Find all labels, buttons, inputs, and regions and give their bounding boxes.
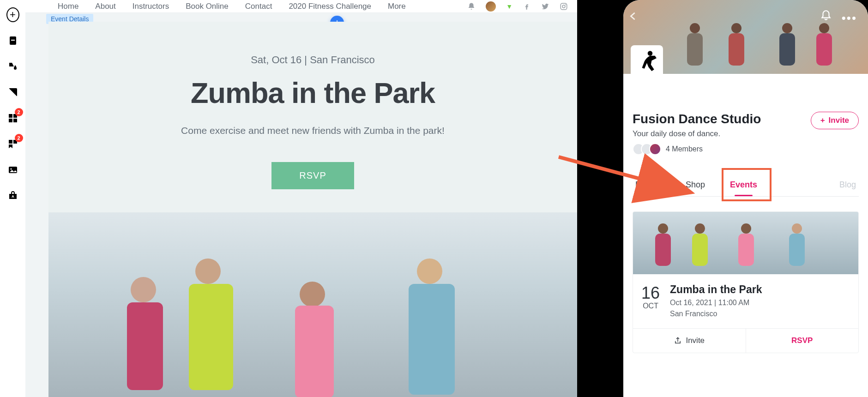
annotation-highlight-box [722,168,772,201]
svg-point-14 [565,4,566,5]
ellipsis-icon: ••• [842,11,857,25]
tab-pricing[interactable]: Pricing [634,175,662,196]
tab-shop[interactable]: Shop [685,175,706,196]
app-logo [631,45,663,78]
event-subtitle: Come exercise and meet new friends with … [48,125,577,136]
event-date-block: 16 OCT [641,283,660,318]
twitter-icon[interactable] [541,2,549,11]
svg-rect-6 [13,119,17,122]
paintdrop-icon [7,61,18,72]
svg-rect-5 [9,119,12,122]
briefcase-icon: A [7,190,18,201]
instagram-icon[interactable] [560,2,568,11]
app-title: Fusion Dance Studio [633,112,805,126]
nav-book-online[interactable]: Book Online [186,2,229,11]
invite-button[interactable]: + Invite [811,112,859,129]
site-navbar: Home About Instructors Book Online Conta… [25,0,577,13]
theme-button[interactable] [6,60,19,73]
user-avatar[interactable] [486,1,496,12]
event-month: OCT [641,302,660,310]
notification-bell-icon[interactable] [467,2,476,11]
sections-button[interactable]: 2 [6,138,19,150]
event-day: 16 [641,283,660,303]
page-icon [7,35,18,46]
event-date-location: Sat, Oct 16 | San Francisco [48,54,577,66]
nav-about[interactable]: About [95,2,115,11]
pages-button[interactable] [6,34,19,47]
add-button[interactable]: + [6,8,19,21]
elements-button[interactable]: 2 [6,112,19,125]
event-rsvp-button[interactable]: RSVP [746,329,859,353]
store-button[interactable]: A [6,189,19,202]
app-tagline: Your daily dose of dance. [633,129,805,138]
editor-canvas: Home About Instructors Book Online Conta… [25,0,577,397]
members-row[interactable]: 4 Members [633,143,805,155]
plus-icon: + [6,7,19,22]
event-card-title: Zumba in the Park [670,283,762,296]
contrast-icon [7,87,18,98]
svg-point-16 [648,51,653,56]
event-card-location: San Francisco [670,310,762,318]
app-header-image: ••• [623,0,868,74]
nav-contact[interactable]: Contact [245,2,272,11]
image-icon [7,164,18,175]
svg-point-13 [562,5,565,8]
chevron-down-icon[interactable]: ▼ [506,3,512,10]
back-button[interactable] [628,9,638,27]
background-button[interactable] [6,86,19,99]
nav-more[interactable]: More [388,2,406,11]
facebook-icon[interactable] [523,2,531,11]
editor-left-toolbar: + 2 2 A [0,0,25,397]
event-card-image [633,212,858,274]
svg-rect-1 [11,40,15,41]
nav-challenge[interactable]: 2020 Fitness Challenge [289,2,371,11]
chevron-left-icon [628,9,638,23]
dancer-logo-icon [634,48,660,74]
invite-label: Invite [829,116,849,125]
event-invite-label: Invite [686,336,705,345]
nav-instructors[interactable]: Instructors [133,2,169,11]
event-hero-image [48,212,577,397]
event-card-datetime: Oct 16, 2021 | 11:00 AM [670,299,762,307]
app-more-button[interactable]: ••• [842,11,857,25]
media-button[interactable] [6,163,19,176]
event-card[interactable]: 16 OCT Zumba in the Park Oct 16, 2021 | … [633,211,859,353]
member-avatars [633,143,661,155]
svg-rect-3 [9,114,12,118]
badge-count: 2 [15,134,23,142]
svg-text:A: A [12,194,14,198]
rsvp-button[interactable]: RSVP [271,162,354,189]
tab-blog[interactable]: Blog [838,175,857,196]
svg-rect-7 [9,140,12,144]
event-invite-button[interactable]: Invite [633,329,746,353]
badge-count: 2 [15,108,23,116]
mobile-app-preview: ••• Fusion Dance Studio Your daily dose … [623,0,868,397]
app-bell-button[interactable] [820,9,832,23]
nav-home[interactable]: Home [58,2,78,11]
plus-icon: + [820,116,825,125]
app-tabs: Pricing Shop Events Blog [633,175,859,197]
bell-icon [820,9,832,21]
member-count: 4 Members [666,145,703,153]
svg-point-10 [10,168,12,169]
share-icon [674,337,682,345]
event-title: Zumba in the Park [48,76,577,109]
